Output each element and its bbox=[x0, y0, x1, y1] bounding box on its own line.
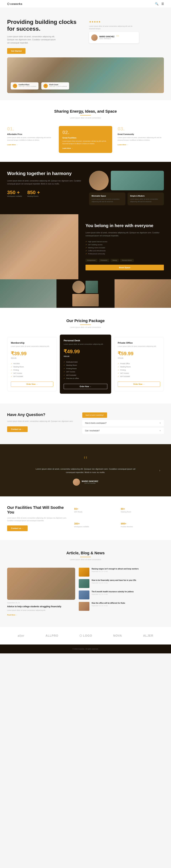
facility-stat-4: 999+ Positive Reviews bbox=[121, 520, 164, 531]
working-right: Minimalist Space Lorem ipsum dolor sit a… bbox=[89, 171, 164, 205]
tag-3: Startup bbox=[111, 259, 119, 262]
faq-left: Have Any Question? Lorem ipsum dolor sit… bbox=[7, 412, 75, 435]
facilities-desc: Lorem ipsum dolor sit amet, consectetur … bbox=[7, 517, 67, 522]
pricing-cta-2[interactable]: Order Now → bbox=[64, 384, 107, 389]
faq-item-1[interactable]: How to book a workspace? ▼ bbox=[82, 420, 164, 426]
belong-feature-5: Professional community bbox=[86, 252, 164, 255]
faq-cta-button[interactable]: Contact us → bbox=[7, 426, 28, 432]
pricing-cta-3[interactable]: Order Now → bbox=[118, 381, 160, 387]
faq-item-2[interactable]: Can I reschedule? ▼ bbox=[82, 428, 164, 434]
author-info: MARIO SANCHEZ CEO & Founder bbox=[82, 480, 98, 484]
faq-arrow-1: ▼ bbox=[159, 422, 161, 424]
blog-list-date-4: September 14, 21 • 5 min bbox=[92, 605, 164, 607]
feature-title-3: Great Community bbox=[117, 133, 164, 135]
blog-list-content-2: How to be financially savvy and have fun… bbox=[92, 579, 164, 584]
avatar bbox=[91, 34, 98, 41]
pricing-feature-2-3: Printing Room bbox=[64, 367, 107, 370]
hero-right: ★★★★★ Lorem ipsum dolor sit amet consect… bbox=[89, 19, 164, 54]
blog-read-more[interactable]: Read More → bbox=[7, 614, 18, 616]
blog-list-item-1: Raising wages isn't enough to attract an… bbox=[79, 568, 164, 577]
location-title-2: Finch Court bbox=[49, 84, 67, 86]
gallery-square-img bbox=[86, 281, 98, 293]
pricing-feature-1-2: Meeting Room bbox=[11, 365, 53, 368]
learn-more-3[interactable]: Learn More → bbox=[117, 144, 128, 146]
belong-cta-button[interactable]: Book Space bbox=[86, 265, 164, 270]
facilities-cta-button[interactable]: Contact us → bbox=[7, 525, 28, 531]
gallery-section bbox=[0, 279, 171, 308]
pricing-cta-1[interactable]: Order Now → bbox=[11, 381, 53, 387]
faq-top-question-btn[interactable]: Want to book Coworking? bbox=[82, 412, 107, 418]
stat-label-2: Meeting Rooms bbox=[27, 195, 40, 197]
working-images bbox=[89, 171, 164, 190]
faq-title: Have Any Question? bbox=[7, 412, 75, 417]
belong-feature-2: 24/7 building access bbox=[86, 243, 164, 246]
menu-icon[interactable]: ☰ bbox=[161, 2, 164, 5]
blog-grid: September 20, 21 Advice to help college … bbox=[7, 568, 164, 616]
pricing-features-1: Hot desk Meeting Room Printing 24/7 Acce… bbox=[11, 362, 53, 378]
learn-more-1[interactable]: Learn More → bbox=[7, 144, 18, 146]
blog-list-content-4: How the office will be different for Hub… bbox=[92, 602, 164, 607]
facility-suffix-2: + bbox=[124, 507, 125, 510]
learn-more-2[interactable]: Learn More → bbox=[62, 147, 73, 149]
testimonial-nav-arrow[interactable]: › bbox=[159, 468, 160, 472]
hero-cta-button[interactable]: Get Started bbox=[7, 48, 26, 54]
blog-list-content-1: Raising wages isn't enough to attract an… bbox=[92, 568, 164, 572]
pricing-card-title-2: Personal Desk bbox=[64, 339, 107, 342]
testimonial-name: MARIO SANCHEZ bbox=[99, 36, 114, 38]
pricing-cards: Membership Lorem ipsum dolor sit amet co… bbox=[7, 335, 164, 393]
pricing-card-title-1: Membership bbox=[11, 341, 53, 344]
gallery-img-2 bbox=[57, 279, 114, 308]
working-card-2: Simple & Modern Lorem ipsum dolor sit am… bbox=[128, 192, 164, 205]
facility-number-4: 999+ bbox=[121, 520, 164, 526]
gallery-placeholder-3 bbox=[114, 279, 171, 308]
logo[interactable]: ⬡ coworks bbox=[7, 2, 23, 5]
location-info-1: Comfort Place 2400 sqft • 3 floors avail… bbox=[19, 84, 36, 87]
blog-list-title-1: Raising wages isn't enough to attract an… bbox=[92, 568, 164, 570]
sharing-subtitle: Lorem ipsum dolor sit amet consectetur bbox=[7, 117, 164, 119]
facility-label-2: Meeting Room bbox=[121, 511, 164, 513]
blog-list: Raising wages isn't enough to attract an… bbox=[79, 568, 164, 616]
location-icon-1: 📍 bbox=[13, 84, 17, 88]
pricing-features-2: Dedicated desk Meeting Room Printing Roo… bbox=[64, 360, 107, 380]
hero-testimonial-text: Lorem ipsum dolor sit amet consectetur a… bbox=[89, 25, 135, 30]
search-icon[interactable]: 🔍 bbox=[155, 2, 159, 5]
facilities-title: Our Facilities That Will Soothe You bbox=[7, 505, 67, 515]
pricing-features-3: Private Office Meeting Room Printing 24/… bbox=[118, 362, 160, 378]
pricing-card-3: Private Office Lorem ipsum dolor sit ame… bbox=[114, 337, 164, 391]
gallery-img-1 bbox=[0, 279, 57, 308]
pricing-feature-3-5: Wi-fi included bbox=[118, 375, 160, 378]
stat-item-2: 850 + Meeting Rooms bbox=[27, 190, 40, 197]
facility-num-val-1: 55 bbox=[74, 507, 77, 510]
working-card-title-2: Simple & Modern bbox=[130, 195, 161, 197]
pricing-card-desc-2: Lorem ipsum dolor sit amet consectetur a… bbox=[64, 343, 107, 346]
faq-desc: Lorem ipsum dolor sit amet, consectetur … bbox=[7, 420, 75, 423]
feature-item-1: 01. Affordable Price Lorem ipsum dolor s… bbox=[7, 126, 54, 153]
facility-number-3: 300+ bbox=[74, 520, 117, 526]
working-card-desc-1: Lorem ipsum dolor sit amet consectetur a… bbox=[92, 198, 123, 203]
divider bbox=[80, 115, 91, 116]
pricing-feature-2-5: Wi-fi included bbox=[64, 373, 107, 377]
stat-item-1: 350 + Workspace Available bbox=[7, 190, 22, 197]
pricing-price-orig-2: ₹65.99 bbox=[64, 355, 107, 357]
pricing-feature-3-1: Private Office bbox=[118, 362, 160, 365]
location-sub-2: 1800 sqft • 2 floors available bbox=[49, 86, 67, 87]
facility-label-3: Workspace Available bbox=[74, 526, 117, 528]
blog-list-item-2: How to be financially savvy and have fun… bbox=[79, 579, 164, 588]
belong-feature-1: High speed internet access bbox=[86, 240, 164, 243]
gallery-round-img bbox=[72, 281, 85, 293]
facilities-left: Our Facilities That Will Soothe You Lore… bbox=[7, 505, 67, 531]
blog-list-image-4 bbox=[79, 602, 90, 611]
big-quote-icon: " bbox=[7, 455, 164, 466]
facility-stat-3: 300+ Workspace Available bbox=[74, 520, 117, 531]
pricing-price-2: ₹49.99 bbox=[64, 348, 107, 354]
pricing-feature-1-3: Printing bbox=[11, 368, 53, 372]
feature-desc-3: Lorem ipsum dolor sit amet, consectetur … bbox=[117, 136, 164, 142]
belong-desc: Lorem ipsum dolor sit amet, consectetur … bbox=[86, 231, 164, 237]
blog-title: Article, Blog & News bbox=[7, 551, 164, 555]
facilities-section: Our Facilities That Will Soothe You Lore… bbox=[0, 496, 171, 540]
work-image-round-placeholder bbox=[89, 171, 109, 190]
faq-right: Want to book Coworking? How to book a wo… bbox=[82, 412, 164, 435]
logo-text: coworks bbox=[10, 2, 23, 5]
faq-question-2: Can I reschedule? bbox=[85, 430, 100, 432]
blog-main-image bbox=[7, 568, 75, 600]
